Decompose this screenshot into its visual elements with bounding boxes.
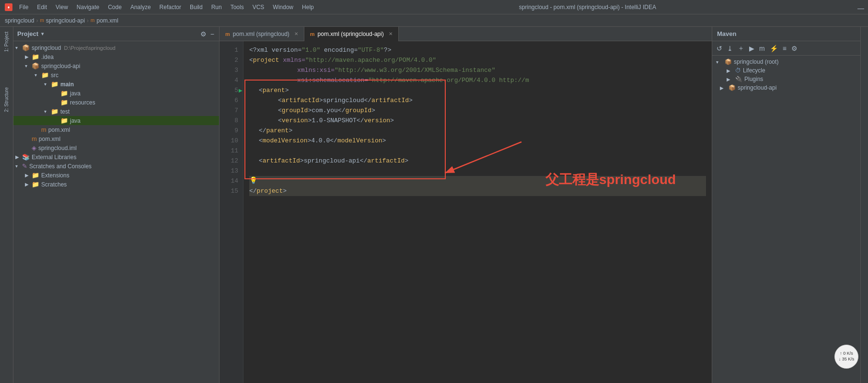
tree-springcloud-iml[interactable]: ◈ springcloud.iml	[13, 143, 219, 152]
menu-build[interactable]: Build	[186, 2, 207, 12]
tree-test-java[interactable]: 📁 java	[13, 116, 219, 125]
menu-run[interactable]: Run	[208, 2, 226, 12]
expand-arrow: ▶	[727, 68, 733, 73]
pom-icon: m	[32, 135, 37, 142]
window-title: springcloud - pom.xml (springcloud-api) …	[519, 4, 656, 11]
window-controls: —	[857, 4, 863, 10]
tree-label: External Libraries	[32, 154, 76, 161]
download-button[interactable]: ⤓	[726, 44, 734, 53]
project-tree: ▾ 📦 springcloud D:\Project\springcloud ▶…	[13, 41, 219, 383]
add-button[interactable]: ＋	[736, 43, 746, 54]
tree-springcloud-api[interactable]: ▾ 📦 springcloud-api	[13, 61, 219, 70]
tree-springcloud-root[interactable]: ▾ 📦 springcloud D:\Project\springcloud	[13, 43, 219, 52]
module-icon: 📦	[32, 62, 39, 70]
maven-springcloud-root[interactable]: ▾ 📦 springcloud (root)	[712, 58, 860, 66]
tree-pom-root[interactable]: m pom.xml	[13, 134, 219, 143]
menu-navigate[interactable]: Navigate	[73, 2, 103, 12]
app-icon: ♦	[5, 3, 12, 11]
structure-tab[interactable]: 2: Structure	[2, 84, 11, 115]
expand-arrow: ▾	[35, 72, 41, 78]
maven-label: Lifecycle	[743, 67, 765, 74]
tree-main[interactable]: ▾ 📁 main	[13, 80, 219, 89]
ext-libs-icon: 📚	[22, 153, 30, 161]
tree-label: springcloud-api	[41, 63, 80, 70]
refresh-button[interactable]: ↺	[715, 44, 724, 53]
tree-ext-libs[interactable]: ▶ 📚 External Libraries	[13, 152, 219, 162]
menu-tools[interactable]: Tools	[227, 2, 248, 12]
maven-plugins[interactable]: ▶ 🔌 Plugins	[712, 75, 860, 83]
tree-path: D:\Project\springcloud	[64, 45, 116, 51]
tab-pom-springcloud[interactable]: m pom.xml (springcloud) ✕	[220, 27, 304, 41]
maven-label: springcloud (root)	[734, 58, 778, 65]
menu-help[interactable]: Help	[298, 2, 318, 12]
bc-springcloud[interactable]: springcloud	[5, 17, 34, 24]
folder-icon: 📁	[51, 108, 58, 115]
tree-scratches[interactable]: ▶ 📁 Scratches	[13, 180, 219, 189]
folder-icon: 📁	[32, 172, 39, 179]
tree-extensions[interactable]: ▶ 📁 Extensions	[13, 171, 219, 180]
skip-button[interactable]: m	[758, 44, 766, 53]
code-line-8: <version>1.0-SNAPSHOT</version>	[249, 116, 706, 126]
menu-window[interactable]: Window	[269, 2, 297, 12]
toggle2-button[interactable]: ≡	[781, 44, 788, 53]
tree-label: springcloud	[32, 45, 61, 51]
left-strip: 1: Project 2: Structure	[0, 27, 13, 383]
code-editor[interactable]: ▶ 父工程是springcloud 1 2 3 4	[220, 41, 712, 383]
maven-toolbar: ↺ ⤓ ＋ ▶ m ⚡ ≡ ⚙	[712, 41, 860, 56]
tree-test[interactable]: ▾ 📁 test	[13, 107, 219, 116]
tree-label: pom.xml	[39, 136, 60, 142]
maven-label: springcloud-api	[738, 84, 776, 91]
tree-idea[interactable]: ▶ 📁 .idea	[13, 52, 219, 61]
tree-label: pom.xml	[48, 127, 70, 133]
menu-view[interactable]: View	[52, 2, 72, 12]
minus-icon[interactable]: −	[209, 29, 215, 39]
settings-gear-icon[interactable]: ⚙	[199, 29, 208, 39]
menu-analyze[interactable]: Analyze	[127, 2, 155, 12]
project-tab[interactable]: 1: Project	[2, 29, 11, 55]
iml-icon: ◈	[32, 144, 36, 151]
settings-button[interactable]: ⚙	[790, 44, 799, 53]
run-button[interactable]: ▶	[748, 44, 756, 53]
tab-close-button[interactable]: ✕	[389, 31, 393, 36]
tree-label: java	[70, 90, 81, 97]
java-folder-icon: 📁	[60, 117, 68, 124]
menu-vcs[interactable]: VCS	[249, 2, 268, 12]
maven-springcloud-api[interactable]: ▶ 📦 springcloud-api	[712, 83, 860, 92]
minimize-button[interactable]: —	[857, 4, 863, 10]
tab-close-button[interactable]: ✕	[294, 31, 298, 36]
tree-resources[interactable]: 📁 resources	[13, 98, 219, 107]
expand-arrow: ▶	[727, 77, 733, 82]
pom-icon: m	[41, 126, 46, 133]
bc-sep2: ›	[87, 17, 89, 24]
tree-java[interactable]: 📁 java	[13, 89, 219, 98]
toggle1-button[interactable]: ⚡	[768, 44, 779, 53]
code-line-6: <artifactId>springcloud</artifactId>	[249, 95, 706, 105]
bc-pomxml[interactable]: pom.xml	[96, 17, 118, 24]
main-folder-icon: 📁	[51, 81, 58, 88]
expand-arrow: ▶	[25, 54, 32, 59]
bc-springcloud-api[interactable]: springcloud-api	[46, 17, 85, 24]
code-line-1: <?xml version="1.0" encoding="UTF-8"?>	[249, 45, 706, 55]
menu-edit[interactable]: Edit	[33, 2, 51, 12]
maven-title: Maven	[717, 30, 736, 37]
right-strip	[860, 27, 868, 383]
tree-label: resources	[70, 99, 95, 106]
tab-pom-springcloud-api[interactable]: m pom.xml (springcloud-api) ✕	[304, 27, 399, 41]
tree-scratches-consoles[interactable]: ▾ ✎ Scratches and Consoles	[13, 162, 219, 171]
dropdown-icon[interactable]: ▾	[41, 31, 44, 36]
folder-icon: 📁	[32, 53, 39, 60]
tree-src[interactable]: ▾ 📁 src	[13, 70, 219, 80]
menu-file[interactable]: File	[15, 2, 32, 12]
code-content[interactable]: <?xml version="1.0" encoding="UTF-8"?> <…	[243, 41, 712, 383]
code-line-12: <artifactId>springcloud-api</artifactId>	[249, 156, 706, 166]
maven-lifecycle[interactable]: ▶ ⏱ Lifecycle	[712, 66, 860, 75]
menu-refactor[interactable]: Refactor	[156, 2, 185, 12]
expand-arrow: ▾	[15, 45, 22, 50]
expand-arrow: ▾	[716, 59, 723, 65]
network-indicator: ↑ 0 K/s ↓ 35 K/s	[834, 345, 858, 369]
tree-pom-api[interactable]: m pom.xml	[13, 125, 219, 134]
expand-arrow: ▾	[15, 163, 22, 169]
expand-arrow: ▶	[25, 173, 32, 178]
project-header: Project ▾ ⚙ −	[13, 27, 219, 41]
menu-code[interactable]: Code	[104, 2, 126, 12]
